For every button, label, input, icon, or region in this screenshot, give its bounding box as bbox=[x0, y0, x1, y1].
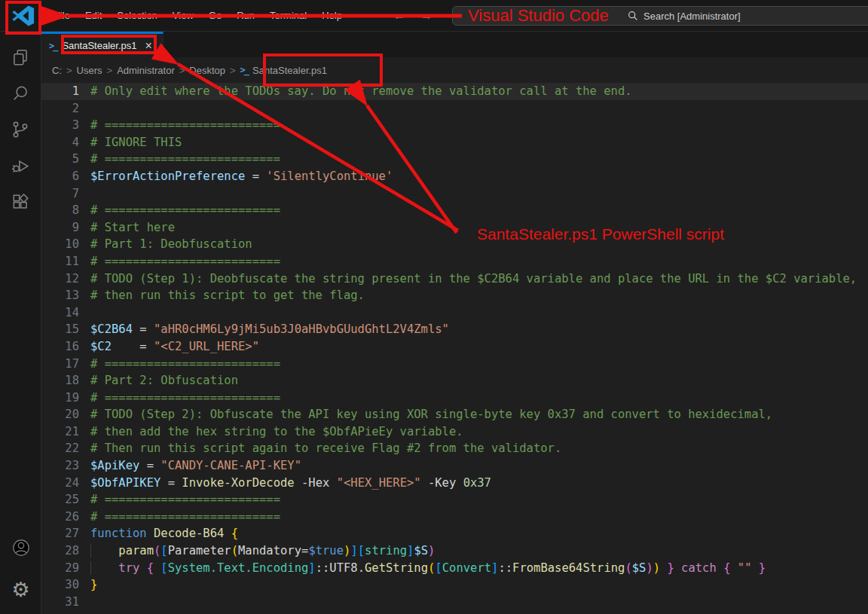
code-text: # IGNORE THIS bbox=[79, 134, 182, 151]
code-line[interactable]: 24$ObfAPIKEY = Invoke-XorDecode -Hex "<H… bbox=[41, 475, 868, 492]
code-line[interactable]: 4# IGNORE THIS bbox=[41, 134, 868, 151]
code-text bbox=[79, 185, 90, 203]
code-line[interactable]: 3# ========================= bbox=[41, 117, 868, 134]
search-icon bbox=[628, 11, 638, 21]
menu-view[interactable]: View bbox=[165, 6, 201, 26]
code-text: # ========================= bbox=[79, 202, 280, 219]
code-line[interactable]: 1# Only edit where the TODOs say. Do not… bbox=[41, 83, 868, 100]
breadcrumb-file-label: SantaStealer.ps1 bbox=[252, 65, 327, 76]
code-line[interactable]: 26# ========================= bbox=[41, 509, 868, 526]
command-center[interactable]: Search [Administrator] bbox=[452, 6, 868, 26]
editor-lines: 1# Only edit where the TODOs say. Do not… bbox=[41, 83, 868, 610]
code-line[interactable]: 23$ApiKey = "CANDY-CANE-API-KEY" bbox=[41, 457, 868, 475]
code-text: $C2 = "<C2_URL_HERE>" bbox=[79, 338, 259, 356]
code-line[interactable]: 8# ========================= bbox=[41, 202, 868, 219]
back-icon[interactable]: ← bbox=[393, 9, 405, 23]
line-number: 15 bbox=[41, 321, 79, 338]
line-number: 16 bbox=[41, 338, 79, 356]
line-number: 28 bbox=[41, 542, 79, 560]
line-number: 5 bbox=[41, 151, 79, 168]
account-icon bbox=[11, 537, 32, 558]
code-line[interactable]: 7 bbox=[41, 185, 868, 203]
code-text: $ApiKey = "CANDY-CANE-API-KEY" bbox=[79, 457, 301, 475]
line-number: 23 bbox=[41, 457, 79, 475]
settings-button[interactable]: ⚙ bbox=[0, 572, 41, 608]
menu-help[interactable]: Help bbox=[314, 6, 350, 26]
code-text bbox=[79, 100, 90, 118]
line-number: 19 bbox=[41, 389, 79, 407]
menu-run[interactable]: Run bbox=[229, 6, 262, 26]
menu-file[interactable]: File bbox=[47, 6, 78, 26]
line-number: 14 bbox=[41, 304, 79, 322]
breadcrumb-item[interactable]: Administrator bbox=[117, 65, 175, 76]
menu-edit[interactable]: Edit bbox=[78, 6, 109, 26]
menu-terminal[interactable]: Terminal bbox=[262, 6, 314, 26]
line-number: 7 bbox=[41, 185, 79, 203]
code-text: # Part 1: Deobfuscation bbox=[79, 236, 252, 253]
menu-selection[interactable]: Selection bbox=[109, 6, 164, 26]
code-text bbox=[79, 304, 90, 322]
code-line[interactable]: 19# ========================= bbox=[41, 389, 868, 407]
line-number: 1 bbox=[41, 83, 79, 100]
explorer-icon bbox=[11, 47, 30, 67]
account-button[interactable] bbox=[0, 530, 41, 566]
code-line[interactable]: 6$ErrorActionPreference = 'SilentlyConti… bbox=[41, 168, 868, 185]
chevron-right-icon: > bbox=[230, 65, 236, 76]
line-number: 25 bbox=[41, 491, 79, 509]
breadcrumb-item[interactable]: Desktop bbox=[189, 65, 225, 76]
code-line[interactable]: 14 bbox=[41, 304, 868, 322]
code-line[interactable]: 16$C2 = "<C2_URL_HERE>" bbox=[41, 338, 868, 356]
code-line[interactable]: 9# Start here bbox=[41, 219, 868, 237]
code-line[interactable]: 13# then run this script to get the flag… bbox=[41, 287, 868, 304]
search-box[interactable]: Search [Administrator] bbox=[628, 7, 741, 25]
code-line[interactable]: 17# ========================= bbox=[41, 356, 868, 373]
menu-bar: FileEditSelectionViewGoRunTerminalHelp bbox=[47, 0, 350, 32]
code-line[interactable]: 27function Decode-B64 { bbox=[41, 525, 868, 542]
code-text: param([Parameter(Mandatory=$true)][strin… bbox=[79, 542, 435, 560]
tab-bar: >_ SantaStealer.ps1 × bbox=[41, 32, 868, 57]
sidebar-item-search[interactable] bbox=[0, 75, 41, 111]
code-line[interactable]: 22# Then run this script again to receiv… bbox=[41, 440, 868, 457]
code-line[interactable]: 18# Part 2: Obfuscation bbox=[41, 372, 868, 389]
code-line[interactable]: 12# TODO (Step 1): Deobfuscate the strin… bbox=[41, 270, 868, 288]
breadcrumb-item[interactable]: C: bbox=[52, 65, 62, 76]
code-line[interactable]: 11# ========================= bbox=[41, 253, 868, 270]
editor[interactable]: 1# Only edit where the TODOs say. Do not… bbox=[41, 83, 868, 614]
search-sidebar-icon bbox=[11, 84, 30, 103]
line-number: 12 bbox=[41, 270, 79, 288]
line-number: 4 bbox=[41, 134, 79, 151]
sidebar-item-explorer[interactable] bbox=[0, 39, 41, 75]
code-text: $ObfAPIKEY = Invoke-XorDecode -Hex "<HEX… bbox=[79, 475, 491, 492]
line-number: 31 bbox=[41, 594, 79, 611]
code-text: $C2B64 = "aHR0cHM6Ly9jMi5ub3J0aHBvbGUudG… bbox=[79, 321, 449, 338]
breadcrumb-file[interactable]: >_SantaStealer.ps1 bbox=[240, 65, 327, 76]
line-number: 29 bbox=[41, 560, 79, 577]
code-line[interactable]: 29 try { [System.Text.Encoding]::UTF8.Ge… bbox=[41, 560, 868, 577]
code-line[interactable]: 30} bbox=[41, 576, 868, 594]
code-line[interactable]: 5# ========================= bbox=[41, 151, 868, 168]
code-text: # then add the hex string to the $ObfAPi… bbox=[79, 423, 463, 441]
search-label: Search [Administrator] bbox=[643, 11, 741, 22]
code-line[interactable]: 25# ========================= bbox=[41, 491, 868, 509]
tab-santastealer[interactable]: >_ SantaStealer.ps1 × bbox=[41, 32, 164, 57]
chevron-right-icon: > bbox=[107, 65, 113, 76]
code-line[interactable]: 28 param([Parameter(Mandatory=$true)][st… bbox=[41, 542, 868, 560]
menu-go[interactable]: Go bbox=[201, 6, 229, 26]
breadcrumb-item[interactable]: Users bbox=[77, 65, 102, 76]
vscode-logo-icon bbox=[11, 4, 35, 28]
code-line[interactable]: 31 bbox=[41, 594, 868, 611]
code-text: # TODO (Step 1): Deobfuscate the string … bbox=[79, 270, 857, 288]
code-line[interactable]: 21# then add the hex string to the $ObfA… bbox=[41, 423, 868, 441]
code-line[interactable]: 10# Part 1: Deobfuscation bbox=[41, 236, 868, 253]
close-icon[interactable]: × bbox=[145, 39, 151, 53]
code-line[interactable]: 2 bbox=[41, 100, 868, 118]
sidebar-item-source-control[interactable] bbox=[0, 111, 41, 148]
sidebar-item-run-debug[interactable] bbox=[0, 148, 41, 184]
sidebar-item-extensions[interactable] bbox=[0, 184, 41, 220]
code-line[interactable]: 20# TODO (Step 2): Obfuscate the API key… bbox=[41, 406, 868, 423]
tab-label: SantaStealer.ps1 bbox=[62, 40, 136, 51]
forward-icon[interactable]: → bbox=[420, 9, 432, 23]
code-text: # ========================= bbox=[79, 389, 280, 407]
code-text: function Decode-B64 { bbox=[79, 525, 238, 542]
code-line[interactable]: 15$C2B64 = "aHR0cHM6Ly9jMi5ub3J0aHBvbGUu… bbox=[41, 321, 868, 338]
